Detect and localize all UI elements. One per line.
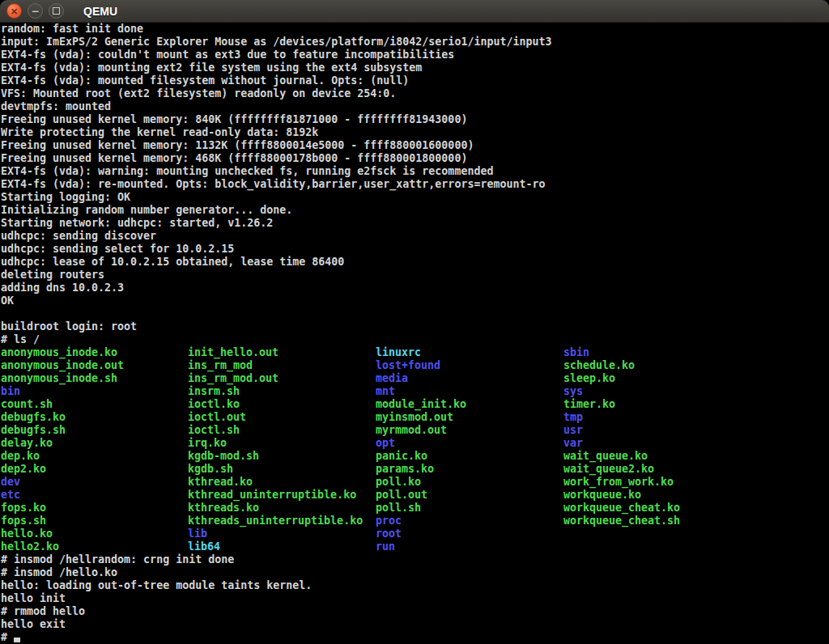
window-titlebar[interactable]: × − QEMU [0, 0, 829, 23]
ls-listing: anonymous_inode.koanonymous_inode.outano… [1, 346, 829, 553]
maximize-icon [53, 7, 60, 15]
file-entry-ioctl.out: ioctl.out [188, 411, 363, 424]
file-entry-sys: sys [563, 385, 680, 398]
file-entry-anonymous_inode.ko: anonymous_inode.ko [1, 346, 124, 359]
file-entry-debugfs.ko: debugfs.ko [1, 411, 124, 424]
file-entry-ioctl.sh: ioctl.sh [188, 424, 363, 437]
file-entry-poll.ko: poll.ko [376, 476, 466, 489]
file-entry-kthreads_uninterruptible.ko: kthreads_uninterruptible.ko [188, 515, 363, 527]
file-entry-wait_queue2.ko: wait_queue2.ko [563, 463, 680, 476]
file-entry-opt: opt [376, 437, 466, 450]
shell-prompt: # [1, 631, 14, 643]
file-entry-etc: etc [1, 489, 124, 502]
file-entry-ioctl.ko: ioctl.ko [188, 398, 363, 411]
file-entry-sbin: sbin [563, 346, 680, 359]
file-entry-var: var [563, 437, 680, 450]
command-log: # insmod /hellrandom: crng init done # i… [1, 553, 829, 631]
ls-column-2: init_hello.outins_rm_modins_rm_mod.outin… [188, 346, 363, 553]
file-entry-kthread.ko: kthread.ko [188, 476, 363, 489]
file-entry-fops.ko: fops.ko [1, 502, 124, 515]
file-entry-panic.ko: panic.ko [376, 450, 466, 463]
ls-column-3: linuxrclost+foundmediamntmodule_init.kom… [376, 346, 466, 553]
file-entry-lost+found: lost+found [376, 359, 466, 372]
file-entry-module_init.ko: module_init.ko [376, 398, 466, 411]
file-entry-insrm.sh: insrm.sh [188, 385, 363, 398]
file-entry-delay.ko: delay.ko [1, 437, 124, 450]
file-entry-ins_rm_mod: ins_rm_mod [188, 359, 363, 372]
file-entry-linuxrc: linuxrc [376, 346, 466, 359]
file-entry-wait_queue.ko: wait_queue.ko [563, 450, 680, 463]
file-entry-count.sh: count.sh [1, 398, 124, 411]
file-entry-timer.ko: timer.ko [563, 398, 680, 411]
shell-prompt-line[interactable]: # [1, 631, 829, 644]
file-entry-schedule.ko: schedule.ko [563, 359, 680, 372]
file-entry-mnt: mnt [376, 385, 466, 398]
close-button[interactable]: × [6, 3, 22, 19]
file-entry-kthread_uninterruptible.ko: kthread_uninterruptible.ko [188, 489, 363, 502]
file-entry-fops.sh: fops.sh [1, 515, 124, 527]
file-entry-init_hello.out: init_hello.out [188, 346, 363, 359]
text-cursor [14, 638, 20, 642]
file-entry-work_from_work.ko: work_from_work.ko [563, 476, 680, 489]
file-entry-poll.out: poll.out [376, 489, 466, 502]
file-entry-dep2.ko: dep2.ko [1, 463, 124, 476]
file-entry-ins_rm_mod.out: ins_rm_mod.out [188, 372, 363, 385]
file-entry-kgdb-mod.sh: kgdb-mod.sh [188, 450, 363, 463]
file-entry-sleep.ko: sleep.ko [563, 372, 680, 385]
file-entry-debugfs.sh: debugfs.sh [1, 424, 124, 437]
file-entry-tmp: tmp [563, 411, 680, 424]
qemu-window: × − QEMU random: fast init done input: I… [0, 0, 829, 644]
file-entry-workqueue_cheat.sh: workqueue_cheat.sh [563, 515, 680, 527]
file-entry-proc: proc [376, 515, 466, 527]
file-entry-media: media [376, 372, 466, 385]
ls-column-1: anonymous_inode.koanonymous_inode.outano… [1, 346, 124, 553]
file-entry-dev: dev [1, 476, 124, 489]
file-entry-root: root [376, 527, 466, 540]
file-entry-myinsmod.out: myinsmod.out [376, 411, 466, 424]
file-entry-run: run [376, 540, 466, 553]
file-entry-poll.sh: poll.sh [376, 502, 466, 515]
file-entry-dep.ko: dep.ko [1, 450, 124, 463]
file-entry-lib64: lib64 [188, 540, 363, 553]
file-entry-workqueue.ko: workqueue.ko [563, 489, 680, 502]
file-entry-hello.ko: hello.ko [1, 527, 124, 540]
file-entry-irq.ko: irq.ko [188, 437, 363, 450]
file-entry-kthreads.ko: kthreads.ko [188, 502, 363, 515]
window-title: QEMU [83, 5, 117, 18]
maximize-button[interactable] [49, 3, 64, 19]
ls-column-4: sbinschedule.kosleep.kosystimer.kotmpusr… [563, 346, 680, 527]
terminal-console[interactable]: random: fast init done input: ImExPS/2 G… [0, 23, 829, 644]
file-entry-kgdb.sh: kgdb.sh [188, 463, 363, 476]
file-entry-myrmmod.out: myrmmod.out [376, 424, 466, 437]
boot-log: random: fast init done input: ImExPS/2 G… [1, 23, 829, 346]
file-entry-workqueue_cheat.ko: workqueue_cheat.ko [563, 502, 680, 515]
file-entry-hello2.ko: hello2.ko [1, 540, 124, 553]
file-entry-lib: lib [188, 527, 363, 540]
file-entry-anonymous_inode.out: anonymous_inode.out [1, 359, 124, 372]
file-entry-bin: bin [1, 385, 124, 398]
file-entry-anonymous_inode.sh: anonymous_inode.sh [1, 372, 124, 385]
minimize-button[interactable]: − [28, 3, 43, 19]
file-entry-usr: usr [563, 424, 680, 437]
file-entry-params.ko: params.ko [376, 463, 466, 476]
